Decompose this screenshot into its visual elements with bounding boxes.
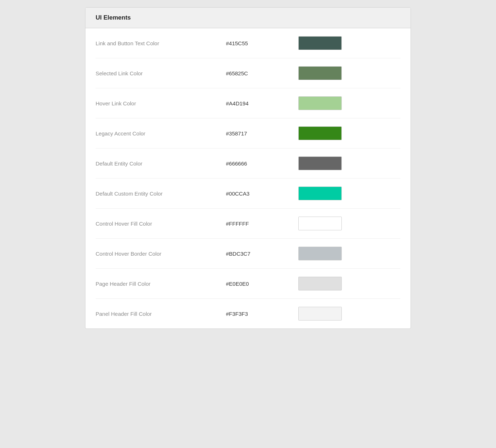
color-label: Selected Link Color bbox=[96, 70, 226, 76]
color-swatch[interactable] bbox=[298, 307, 342, 321]
color-swatch[interactable] bbox=[298, 36, 342, 50]
color-label: Default Custom Entity Color bbox=[96, 190, 226, 197]
color-table: Link and Button Text Color#415C55Selecte… bbox=[85, 28, 411, 328]
color-row[interactable]: Hover Link Color#A4D194 bbox=[96, 88, 400, 118]
panel-title: UI Elements bbox=[96, 14, 131, 21]
color-swatch[interactable] bbox=[298, 96, 342, 110]
color-hex-value: #E0E0E0 bbox=[226, 281, 298, 287]
color-label: Control Hover Fill Color bbox=[96, 221, 226, 227]
color-row[interactable]: Legacy Accent Color#358717 bbox=[96, 118, 400, 148]
color-row[interactable]: Page Header Fill Color#E0E0E0 bbox=[96, 269, 400, 299]
color-row[interactable]: Default Custom Entity Color#00CCA3 bbox=[96, 179, 400, 209]
color-swatch[interactable] bbox=[298, 277, 342, 290]
color-hex-value: #00CCA3 bbox=[226, 190, 298, 197]
color-row[interactable]: Panel Header Fill Color#F3F3F3 bbox=[96, 299, 400, 328]
color-swatch[interactable] bbox=[298, 66, 342, 80]
color-label: Default Entity Color bbox=[96, 160, 226, 167]
color-swatch[interactable] bbox=[298, 187, 342, 200]
color-label: Panel Header Fill Color bbox=[96, 311, 226, 317]
color-label: Hover Link Color bbox=[96, 100, 226, 106]
color-label: Control Hover Border Color bbox=[96, 251, 226, 257]
color-hex-value: #FFFFFF bbox=[226, 221, 298, 227]
color-hex-value: #BDC3C7 bbox=[226, 251, 298, 257]
color-swatch[interactable] bbox=[298, 217, 342, 230]
color-row[interactable]: Control Hover Fill Color#FFFFFF bbox=[96, 209, 400, 239]
color-row[interactable]: Link and Button Text Color#415C55 bbox=[96, 28, 400, 58]
color-hex-value: #666666 bbox=[226, 160, 298, 167]
color-hex-value: #415C55 bbox=[226, 40, 298, 46]
color-swatch[interactable] bbox=[298, 247, 342, 260]
color-hex-value: #F3F3F3 bbox=[226, 311, 298, 317]
color-label: Link and Button Text Color bbox=[96, 40, 226, 46]
color-hex-value: #A4D194 bbox=[226, 100, 298, 106]
color-swatch[interactable] bbox=[298, 156, 342, 170]
panel-header: UI Elements bbox=[85, 8, 411, 28]
color-swatch[interactable] bbox=[298, 126, 342, 140]
color-hex-value: #358717 bbox=[226, 130, 298, 137]
color-label: Legacy Accent Color bbox=[96, 130, 226, 137]
color-hex-value: #65825C bbox=[226, 70, 298, 76]
color-row[interactable]: Control Hover Border Color#BDC3C7 bbox=[96, 239, 400, 269]
color-label: Page Header Fill Color bbox=[96, 281, 226, 287]
color-row[interactable]: Default Entity Color#666666 bbox=[96, 148, 400, 179]
color-row[interactable]: Selected Link Color#65825C bbox=[96, 58, 400, 88]
ui-elements-panel: UI Elements Link and Button Text Color#4… bbox=[85, 7, 411, 329]
